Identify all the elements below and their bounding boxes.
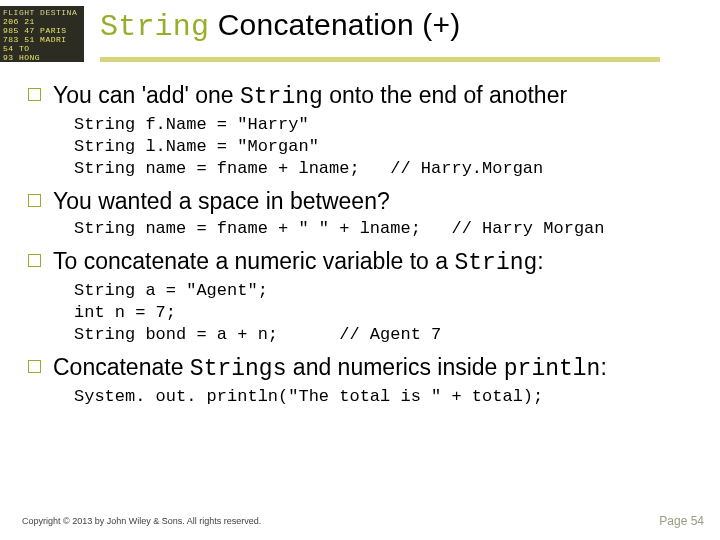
board-line: 93 HONG [3,53,40,62]
decorative-flight-board: FLIGHT DESTINA 206 21 985 47 PARIS 783 5… [0,6,84,62]
text-frag: To concatenate a numeric variable to a [53,248,454,274]
text-mono: String [454,250,537,276]
board-line: 783 51 MADRI [3,35,67,44]
text-mono: println [504,356,601,382]
text-mono: String [240,84,323,110]
bullet-icon [28,194,41,207]
bullet-3: To concatenate a numeric variable to a S… [28,246,696,278]
text-frag: : [537,248,543,274]
bullet-text: Concatenate Strings and numerics inside … [53,352,607,384]
board-line: FLIGHT DESTINA [3,8,77,17]
title-underline [100,57,660,62]
code-block-1: String f.Name = "Harry" String l.Name = … [74,114,696,180]
bullet-icon [28,88,41,101]
slide: FLIGHT DESTINA 206 21 985 47 PARIS 783 5… [0,0,720,540]
code-block-3: String a = "Agent"; int n = 7; String bo… [74,280,696,346]
bullet-icon [28,360,41,373]
text-frag: and numerics inside [286,354,503,380]
code-block-2: String name = fname + " " + lname; // Ha… [74,218,696,240]
text-frag: Concatenate [53,354,190,380]
content-area: You can 'add' one String onto the end of… [28,80,696,414]
title-rest: Concatenation (+) [209,8,460,41]
bullet-1: You can 'add' one String onto the end of… [28,80,696,112]
bullet-text: You can 'add' one String onto the end of… [53,80,567,112]
text-frag: onto the end of another [323,82,567,108]
bullet-icon [28,254,41,267]
text-frag: : [600,354,606,380]
title-area: String Concatenation (+) [100,6,660,62]
board-line: 54 TO [3,44,30,53]
copyright-footer: Copyright © 2013 by John Wiley & Sons. A… [22,516,261,526]
board-line: 206 21 [3,17,35,26]
bullet-text: You wanted a space in between? [53,186,390,216]
text-mono: Strings [190,356,287,382]
bullet-2: You wanted a space in between? [28,186,696,216]
bullet-text: To concatenate a numeric variable to a S… [53,246,544,278]
text-frag: You can 'add' one [53,82,240,108]
code-block-4: System. out. println("The total is " + t… [74,386,696,408]
bullet-4: Concatenate Strings and numerics inside … [28,352,696,384]
slide-title: String Concatenation (+) [100,6,660,44]
page-number: Page 54 [659,514,704,528]
board-line: 985 47 PARIS [3,26,67,35]
title-pre: String [100,10,209,44]
